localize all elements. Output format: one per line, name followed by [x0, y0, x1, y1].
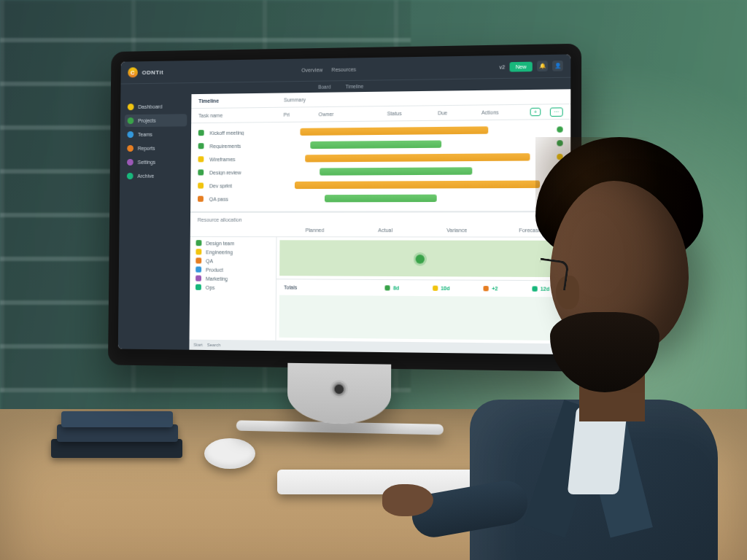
col-owner[interactable]: Owner	[319, 111, 371, 117]
sidebar-dot-icon	[127, 173, 133, 179]
notifications-icon[interactable]: 🔔	[537, 61, 548, 71]
gantt-track	[295, 194, 551, 202]
lower-head-cell[interactable]: Forecast	[496, 228, 563, 233]
allocation-marker-icon[interactable]	[416, 254, 425, 263]
gantt-track	[295, 139, 551, 149]
task-tag-icon	[557, 168, 562, 174]
task-status-icon[interactable]	[198, 183, 204, 189]
lower-headers: PlannedActualVarianceForecast	[190, 224, 570, 238]
tab-summary[interactable]: Summary	[284, 97, 306, 102]
lower-block: Design teamEngineeringQAProductMarketing…	[190, 237, 571, 343]
lower-head-cell[interactable]: Actual	[353, 228, 418, 233]
gantt-bar[interactable]	[310, 140, 442, 149]
add-column-button[interactable]: +	[530, 108, 541, 117]
task-tag-icon	[557, 126, 562, 132]
sidebar-dot-icon	[127, 159, 133, 166]
allocation-band[interactable]	[279, 240, 568, 277]
chart-area: Totals8d10d+212d	[276, 237, 571, 343]
tab-timeline[interactable]: Timeline	[198, 98, 219, 104]
legend-column: Design teamEngineeringQAProductMarketing…	[190, 237, 277, 341]
gantt-bar[interactable]	[320, 167, 472, 175]
col-taskname[interactable]: Task name	[198, 112, 278, 118]
gantt-bar[interactable]	[325, 195, 436, 203]
task-tag-icon	[557, 140, 562, 146]
legend-label: Ops	[206, 284, 215, 289]
subnav-timeline[interactable]: Timeline	[346, 84, 364, 89]
task-name: Requirements	[209, 143, 289, 149]
lower-head-cell[interactable]: Variance	[424, 228, 489, 233]
legend-item[interactable]: Design team	[196, 240, 271, 246]
task-name: Dev sprint	[209, 183, 289, 189]
legend-item[interactable]: Product	[196, 266, 270, 273]
gantt-bar[interactable]	[305, 153, 530, 162]
topbar-center: Overview Resources	[168, 64, 495, 74]
taskbar-search[interactable]: Search	[207, 343, 221, 347]
legend-item[interactable]: Ops	[196, 284, 270, 291]
legend-swatch-icon	[196, 240, 202, 246]
brand[interactable]: C ODNTit	[128, 67, 163, 78]
sidebar: DashboardProjectsTeamsReportsSettingsArc…	[118, 94, 192, 350]
legend-item[interactable]: Engineering	[196, 249, 270, 254]
task-row[interactable]: QA pass	[198, 191, 563, 206]
sidebar-dot-icon	[127, 131, 133, 138]
gantt-track	[295, 180, 551, 189]
summary-swatch-icon	[385, 285, 390, 290]
summary-row: Totals8d10d+212d	[276, 279, 570, 297]
col-status[interactable]: Status	[387, 110, 432, 116]
task-name: Wireframes	[209, 156, 289, 162]
sidebar-item-label: Archive	[137, 174, 154, 179]
monitor: C ODNTit Overview Resources v2 New 🔔 👤	[109, 51, 576, 401]
summary-cell: 12d	[519, 286, 563, 292]
section-label: Resource allocation	[190, 211, 570, 224]
topnav-overview[interactable]: Overview	[301, 67, 322, 73]
summary-value: +2	[492, 286, 498, 291]
user-avatar-icon[interactable]: 👤	[552, 61, 563, 71]
legend-label: Design team	[206, 241, 234, 246]
legend-swatch-icon	[196, 284, 201, 290]
task-status-icon[interactable]	[198, 169, 204, 175]
task-status-icon[interactable]	[198, 143, 204, 149]
task-status-icon[interactable]	[198, 196, 204, 202]
more-columns-button[interactable]: ⋯	[550, 107, 563, 117]
app-screen: C ODNTit Overview Resources v2 New 🔔 👤	[118, 54, 571, 354]
col-due[interactable]: Due	[438, 110, 476, 116]
monitor-bezel: C ODNTit Overview Resources v2 New 🔔 👤	[108, 44, 581, 372]
forecast-band[interactable]	[279, 295, 568, 341]
sidebar-item-reports[interactable]: Reports	[124, 141, 187, 155]
gantt-track	[295, 125, 550, 136]
summary-cell: 8d	[371, 285, 414, 291]
gantt-bar[interactable]	[295, 180, 541, 189]
sidebar-item-archive[interactable]: Archive	[124, 170, 187, 182]
sidebar-item-settings[interactable]: Settings	[124, 155, 187, 168]
sidebar-dot-icon	[128, 104, 134, 110]
desk-keyboard	[277, 470, 554, 494]
new-button[interactable]: New	[510, 61, 533, 71]
legend-item[interactable]: Marketing	[196, 276, 270, 282]
sidebar-item-dashboard[interactable]: Dashboard	[125, 100, 187, 113]
sidebar-dot-icon	[128, 117, 134, 124]
task-name: QA pass	[209, 196, 289, 201]
start-button[interactable]: Start	[193, 343, 203, 347]
topnav-resources[interactable]: Resources	[331, 66, 356, 72]
sidebar-item-teams[interactable]: Teams	[125, 128, 187, 141]
col-priority[interactable]: Pri	[284, 112, 313, 117]
brand-name: ODNTit	[142, 69, 164, 75]
task-status-icon[interactable]	[198, 156, 204, 162]
task-status-icon[interactable]	[198, 130, 204, 136]
summary-swatch-icon	[532, 286, 537, 291]
legend-item[interactable]: QA	[196, 257, 270, 263]
task-row[interactable]: Dev sprint	[198, 177, 563, 192]
gantt-bar[interactable]	[300, 126, 488, 136]
gantt-track	[295, 167, 551, 176]
content-area: Timeline Summary Task name Pri Owner Sta…	[189, 89, 570, 354]
brand-logo-icon: C	[128, 67, 138, 77]
sidebar-item-label: Settings	[138, 160, 156, 165]
sidebar-item-projects[interactable]: Projects	[125, 114, 187, 127]
summary-swatch-icon	[433, 285, 438, 290]
lower-head-cell[interactable]: Planned	[283, 228, 347, 233]
legend-swatch-icon	[196, 266, 201, 272]
sidebar-dot-icon	[127, 145, 133, 152]
task-tag-icon	[557, 154, 562, 160]
task-row[interactable]: Design review	[198, 163, 562, 179]
subnav-board[interactable]: Board	[318, 84, 330, 89]
